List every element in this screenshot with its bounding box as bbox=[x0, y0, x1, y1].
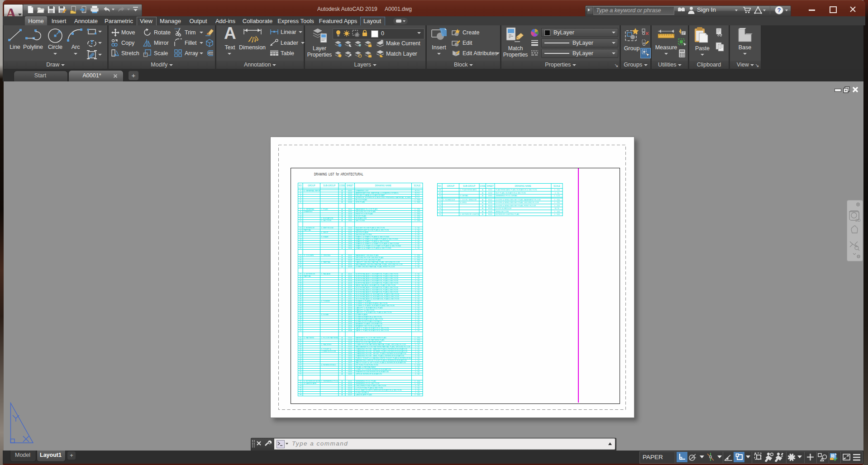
svg-text:2D: 2D bbox=[855, 218, 861, 223]
